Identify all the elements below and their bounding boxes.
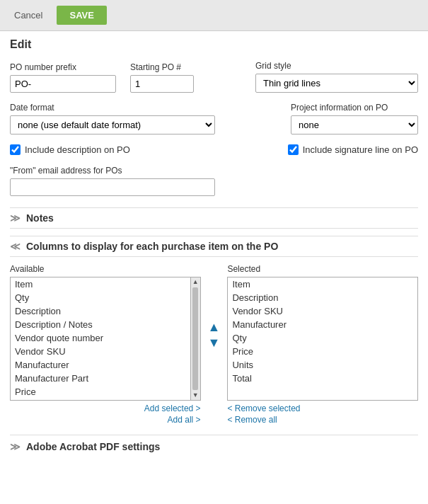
add-all-link[interactable]: Add all > (168, 415, 201, 425)
project-info-label: Project information on PO (291, 103, 418, 113)
notes-section-header[interactable]: ≫ Notes (10, 207, 418, 229)
list-item[interactable]: Item (11, 277, 190, 291)
notes-collapse-icon: ≫ (10, 212, 21, 224)
arrow-buttons: ▲ ▼ (208, 264, 221, 349)
scrollbar[interactable]: ▲ ▼ (190, 277, 200, 400)
include-signature-label: Include signature line on PO (303, 144, 418, 155)
list-item[interactable]: Price (11, 385, 190, 399)
add-selected-link[interactable]: Add selected > (144, 403, 201, 413)
list-item[interactable]: Description (11, 304, 190, 318)
list-item[interactable]: Description (228, 291, 417, 304)
list-item[interactable]: Description / Notes (11, 318, 190, 331)
pdf-section-header[interactable]: ≫ Adobe Acrobat PDF settings (10, 435, 418, 458)
available-list[interactable]: Item Qty Description Description / Notes… (10, 277, 201, 401)
grid-style-label: Grid style (255, 61, 418, 71)
scroll-thumb (192, 287, 198, 390)
po-prefix-label: PO number prefix (10, 62, 116, 72)
list-item[interactable]: Manufacturer Part (11, 372, 190, 385)
list-item[interactable]: Vendor SKU (11, 345, 190, 358)
available-label: Available (10, 264, 201, 274)
date-format-label: Date format (10, 103, 215, 113)
scroll-down-arrow[interactable]: ▼ (192, 391, 199, 399)
columns-section-header[interactable]: ≪ Columns to display for each purchase i… (10, 236, 418, 257)
selected-panel: Selected Item Description Vendor SKU Man… (227, 264, 418, 425)
include-description-label: Include description on PO (25, 144, 130, 155)
pdf-section-title: Adobe Acrobat PDF settings (26, 441, 160, 452)
remove-selected-link[interactable]: < Remove selected (227, 403, 300, 413)
list-item[interactable]: Manufacturer (228, 318, 417, 331)
list-item[interactable]: Price (228, 345, 417, 358)
selected-list[interactable]: Item Description Vendor SKU Manufacturer… (227, 277, 418, 401)
starting-po-label: Starting PO # (130, 62, 194, 72)
grid-style-select[interactable]: Thin grid lines Thick grid lines No grid… (255, 74, 418, 93)
move-down-button[interactable]: ▼ (208, 336, 221, 349)
remove-all-link[interactable]: < Remove all (227, 415, 277, 425)
list-item[interactable]: Manufacturer (11, 358, 190, 372)
columns-expand-icon: ≪ (10, 241, 21, 252)
list-item[interactable]: Qty (228, 331, 417, 345)
list-item[interactable]: Vendor quote number (11, 331, 190, 345)
columns-section-title: Columns to display for each purchase ite… (26, 241, 278, 252)
include-description-checkbox[interactable] (10, 144, 21, 155)
cancel-button[interactable]: Cancel (8, 7, 48, 23)
list-item[interactable]: Units (228, 358, 417, 372)
move-up-button[interactable]: ▲ (208, 321, 221, 333)
list-item[interactable]: Qty (11, 291, 190, 304)
po-prefix-input[interactable] (10, 75, 116, 93)
include-signature-checkbox[interactable] (288, 144, 299, 155)
project-info-select[interactable]: none Project name Project number (291, 115, 418, 134)
date-format-select[interactable]: none (use default date format) MM/DD/YYY… (10, 115, 215, 134)
top-bar: Cancel SAVE (0, 0, 428, 31)
list-item[interactable]: Total (228, 372, 417, 385)
page-title: Edit (10, 38, 418, 51)
email-input[interactable] (10, 178, 215, 196)
selected-label: Selected (227, 264, 418, 274)
starting-po-input[interactable] (130, 75, 194, 93)
list-item[interactable]: Vendor SKU (228, 304, 417, 318)
pdf-collapse-icon: ≫ (10, 441, 21, 452)
save-button[interactable]: SAVE (57, 6, 106, 25)
notes-section-title: Notes (26, 212, 54, 224)
email-label: "From" email address for POs (10, 166, 122, 176)
list-item[interactable]: Item (228, 277, 417, 291)
available-panel: Available Item Qty Description Descripti… (10, 264, 201, 425)
scroll-up-arrow[interactable]: ▲ (192, 278, 199, 286)
list-item[interactable]: Units (11, 399, 190, 401)
